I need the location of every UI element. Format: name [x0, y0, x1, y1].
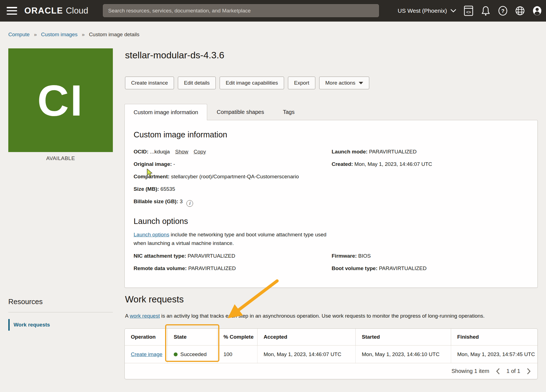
cell-finished: Mon, May 1, 2023, 14:57:45 UTC [451, 346, 537, 363]
info-icon[interactable]: i [186, 200, 193, 207]
availability-status: AVAILABLE [8, 155, 113, 161]
custom-image-information-heading: Custom image information [134, 130, 529, 139]
table-header-row: Operation State % Complete Accepted Star… [125, 329, 537, 345]
action-buttons: Create instance Edit details Edit image … [125, 77, 369, 89]
detail-tabs: Custom image information Compatible shap… [124, 104, 304, 120]
breadcrumb-separator: » [34, 32, 37, 37]
info-fields-left: OCID: ...kduqja Show Copy Original image… [134, 148, 332, 212]
breadcrumb-compute[interactable]: Compute [8, 32, 30, 37]
custom-image-information-panel: Custom image information OCID: ...kduqja… [124, 120, 538, 288]
language-icon[interactable] [515, 6, 525, 16]
menu-icon[interactable] [7, 7, 17, 15]
top-navigation-bar: ORACLE Cloud US West (Phoenix) <> [0, 0, 546, 22]
pagination-page: 1 of 1 [506, 368, 520, 374]
column-header-operation[interactable]: Operation [125, 329, 168, 345]
breadcrumb: Compute » Custom images » Custom image d… [8, 32, 139, 38]
column-header-percent-complete[interactable]: % Complete [217, 329, 258, 345]
field-firmware: Firmware: BIOS [332, 252, 529, 259]
work-requests-table: Operation State % Complete Accepted Star… [124, 328, 538, 379]
region-selector[interactable]: US West (Phoenix) [398, 7, 456, 14]
launch-options-description: Launch options include the networking ty… [134, 230, 333, 247]
column-header-started[interactable]: Started [356, 329, 451, 345]
brand-primary: ORACLE [24, 6, 63, 16]
breadcrumb-separator: » [82, 32, 85, 37]
svg-text:?: ? [501, 8, 505, 14]
edit-image-capabilities-button[interactable]: Edit image capabilities [220, 77, 284, 89]
field-nic-attachment: NIC attachment type: PARAVIRTUALIZED [134, 252, 332, 259]
cell-operation: Create image [125, 346, 168, 363]
pagination-summary: Showing 1 item [451, 368, 489, 374]
field-original-image: Original image: - [134, 161, 332, 168]
search-input[interactable] [103, 4, 379, 17]
resources-heading: Resources [8, 297, 113, 306]
chevron-right-icon[interactable] [526, 368, 531, 375]
field-created: Created: Mon, May 1, 2023, 14:46:07 UTC [332, 161, 529, 168]
breadcrumb-custom-images[interactable]: Custom images [41, 32, 77, 37]
ocid-copy-link[interactable]: Copy [194, 149, 206, 155]
more-actions-button[interactable]: More actions [319, 77, 369, 89]
brand-secondary: Cloud [66, 6, 88, 16]
custom-image-tile: CI [8, 48, 113, 152]
sidebar-item-work-requests[interactable]: Work requests [8, 319, 113, 331]
tab-compatible-shapes[interactable]: Compatible shapes [207, 104, 273, 120]
custom-image-initials: CI [37, 79, 84, 122]
field-ocid: OCID: ...kduqja Show Copy [134, 148, 332, 155]
page-title: stellar-modular-ds-4.3.6 [125, 50, 224, 61]
column-header-finished[interactable]: Finished [451, 329, 537, 345]
launch-fields-left: NIC attachment type: PARAVIRTUALIZED Rem… [134, 252, 332, 277]
export-button[interactable]: Export [288, 77, 315, 89]
help-icon[interactable]: ? [498, 6, 508, 16]
field-size-mb: Size (MB): 65535 [134, 185, 332, 192]
work-request-link[interactable]: work request [130, 313, 160, 319]
field-boot-volume-type: Boot volume type: PARAVIRTUALIZED [332, 265, 529, 272]
oracle-cloud-logo[interactable]: ORACLE Cloud [24, 6, 88, 16]
tab-tags[interactable]: Tags [274, 104, 304, 120]
column-header-accepted[interactable]: Accepted [258, 329, 356, 345]
caret-down-icon [359, 82, 363, 84]
profile-icon[interactable] [532, 6, 542, 16]
status-label: Succeeded [180, 351, 207, 357]
status-dot-succeeded [174, 352, 178, 356]
notifications-icon[interactable] [481, 6, 491, 16]
more-actions-label: More actions [325, 80, 355, 86]
cell-state: Succeeded [168, 346, 217, 363]
code-editor-icon[interactable]: <> [464, 6, 474, 16]
svg-text:<>: <> [466, 10, 471, 15]
create-image-link[interactable]: Create image [131, 351, 162, 357]
column-header-state[interactable]: State [168, 329, 217, 345]
chevron-left-icon[interactable] [495, 368, 500, 375]
cell-started: Mon, May 1, 2023, 14:46:10 UTC [356, 346, 451, 363]
info-fields-right: Launch mode: PARAVIRTUALIZED Created: Mo… [332, 148, 529, 212]
work-requests-heading: Work requests [125, 294, 184, 305]
launch-options-heading: Launch options [134, 217, 529, 226]
field-billable-size: Billable size (GB): 3 i [134, 198, 332, 207]
resources-divider [8, 312, 113, 312]
field-compartment: Compartment: stellarcyber (root)/Compart… [134, 173, 332, 180]
region-label: US West (Phoenix) [398, 7, 447, 14]
resources-panel: Resources Work requests [8, 297, 113, 331]
field-remote-data-volume: Remote data volume: PARAVIRTUALIZED [134, 265, 332, 272]
chevron-down-icon [450, 9, 456, 13]
table-pagination: Showing 1 item 1 of 1 [125, 363, 537, 379]
edit-details-button[interactable]: Edit details [178, 77, 216, 89]
launch-fields-right: Firmware: BIOS Boot volume type: PARAVIR… [332, 252, 529, 277]
table-row: Create image Succeeded 100 Mon, May 1, 2… [125, 345, 537, 363]
launch-options-link[interactable]: Launch options [134, 232, 169, 237]
ocid-show-link[interactable]: Show [175, 149, 188, 155]
work-requests-description: A work request is an activity log that t… [125, 313, 538, 319]
cell-accepted: Mon, May 1, 2023, 14:46:07 UTC [258, 346, 356, 363]
field-launch-mode: Launch mode: PARAVIRTUALIZED [332, 148, 529, 155]
create-instance-button[interactable]: Create instance [125, 77, 174, 89]
tab-custom-image-information[interactable]: Custom image information [124, 104, 207, 120]
cell-percent-complete: 100 [217, 346, 258, 363]
